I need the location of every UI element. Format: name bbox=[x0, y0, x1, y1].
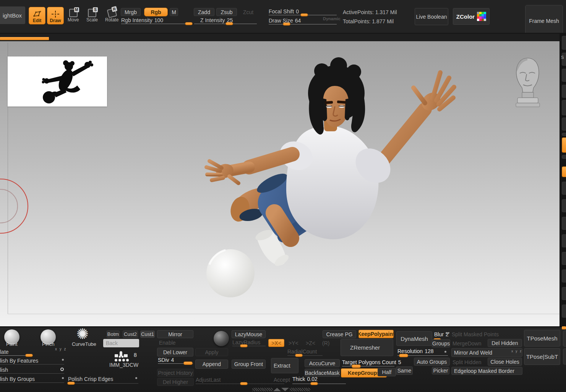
right-shelf-button[interactable] bbox=[562, 36, 566, 50]
right-shelf-button[interactable] bbox=[562, 234, 566, 247]
right-shelf-button[interactable] bbox=[562, 217, 566, 230]
sym-x-button[interactable]: >X< bbox=[268, 339, 284, 347]
adjustlast-knob[interactable] bbox=[240, 382, 248, 385]
lazyradius-track[interactable] bbox=[232, 346, 266, 346]
groups-button[interactable]: Groups bbox=[432, 339, 450, 347]
target-polygons-track[interactable] bbox=[342, 366, 394, 366]
backfacemask-button[interactable]: BackfaceMask bbox=[305, 369, 340, 377]
alpha-sphere-icon[interactable] bbox=[214, 331, 229, 346]
live-boolean-button[interactable]: Live Boolean bbox=[415, 8, 448, 25]
sculpt-canvas[interactable] bbox=[0, 41, 566, 326]
resolution-knob[interactable] bbox=[399, 354, 408, 357]
z-intensity-knob[interactable] bbox=[225, 22, 233, 25]
right-shelf-button[interactable] bbox=[562, 182, 566, 195]
botm-button[interactable]: Botm bbox=[107, 331, 120, 338]
right-shelf-button[interactable] bbox=[562, 100, 566, 115]
append-button[interactable]: Append bbox=[195, 360, 228, 369]
crease-pg-button[interactable]: Crease PG bbox=[323, 330, 356, 338]
close-holes-button[interactable]: Close Holes bbox=[488, 358, 522, 366]
polish-ring[interactable] bbox=[60, 368, 64, 371]
radialcount-track[interactable] bbox=[287, 355, 323, 356]
mrgb-button[interactable]: Mrgb bbox=[121, 8, 141, 16]
imm-brush-icon[interactable] bbox=[114, 351, 129, 362]
sdiv-knob[interactable] bbox=[183, 361, 193, 365]
zremesher-button[interactable]: ZRemesher bbox=[341, 339, 393, 356]
tposemesh-button[interactable]: TPoseMesh bbox=[524, 330, 560, 347]
right-shelf-button[interactable] bbox=[562, 118, 566, 131]
right-shelf-button[interactable] bbox=[562, 85, 566, 98]
polish-track[interactable] bbox=[0, 373, 64, 374]
curvetube-brush-icon[interactable]: ✺ bbox=[76, 327, 89, 341]
m-button[interactable]: M bbox=[170, 8, 178, 16]
dynamesh-button[interactable]: DynaMesh bbox=[396, 331, 432, 346]
rgb-button[interactable]: Rgb bbox=[144, 8, 168, 16]
polish-crisp-edges-track[interactable] bbox=[68, 383, 138, 384]
zadd-button[interactable]: Zadd bbox=[194, 8, 214, 16]
right-shelf-button[interactable] bbox=[562, 69, 566, 82]
right-shelf-button-active[interactable] bbox=[562, 166, 566, 177]
accucurve-button[interactable]: AccuCurve bbox=[305, 359, 340, 367]
del-lower-button[interactable]: Del Lower bbox=[157, 348, 193, 357]
rotate-button[interactable]: R Rotate bbox=[105, 9, 118, 23]
right-shelf-button[interactable] bbox=[562, 155, 566, 159]
polish-by-features-dot[interactable] bbox=[62, 359, 64, 361]
picker-button[interactable]: Picker bbox=[432, 367, 449, 374]
tray-edge-button[interactable] bbox=[563, 331, 566, 347]
inflate-knob[interactable] bbox=[25, 354, 33, 357]
focal-shift-knob[interactable] bbox=[300, 13, 308, 16]
move-button[interactable]: M Move bbox=[68, 9, 79, 23]
shelf-progress-bar[interactable] bbox=[0, 37, 49, 40]
del-hidden-button[interactable]: Del Hidden bbox=[488, 339, 522, 347]
target-polygons-knob[interactable] bbox=[352, 365, 361, 368]
tray-divider-hatch[interactable] bbox=[290, 388, 310, 391]
edgeloop-masked-border-button[interactable]: Edgeloop Masked Border bbox=[451, 367, 522, 375]
rgb-intensity-track[interactable] bbox=[121, 24, 192, 24]
group-front-button[interactable]: Group Front bbox=[232, 360, 266, 369]
tray-edge-button[interactable] bbox=[563, 348, 566, 365]
auto-groups-button[interactable]: Auto Groups bbox=[414, 358, 450, 366]
tray-collapse-arrow-icon[interactable] bbox=[281, 388, 289, 391]
right-shelf-button[interactable] bbox=[562, 199, 566, 212]
right-shelf-button[interactable] bbox=[562, 305, 566, 318]
polish-crisp-edges-dot[interactable] bbox=[135, 377, 137, 379]
del-higher-button[interactable]: Del Higher bbox=[157, 378, 194, 386]
cust1-button[interactable]: Cust1 bbox=[140, 331, 155, 338]
radialcount-knob[interactable] bbox=[295, 354, 303, 357]
zcolor-button[interactable]: ZColor bbox=[453, 8, 490, 25]
zsub-button[interactable]: Zsub bbox=[216, 8, 237, 16]
edit-button[interactable]: Edit bbox=[29, 7, 45, 24]
thick-knob[interactable] bbox=[310, 382, 318, 385]
tray-edge-orange[interactable] bbox=[562, 326, 566, 329]
frame-mesh-button[interactable]: Frame Mesh bbox=[525, 5, 563, 37]
polish-by-groups-dot[interactable] bbox=[62, 377, 64, 379]
apply-button[interactable]: Apply bbox=[195, 348, 228, 356]
polish-crisp-edges-knob[interactable] bbox=[67, 382, 75, 385]
draw-size-knob[interactable] bbox=[283, 23, 290, 26]
keep-polypaint-button[interactable]: KeepPolypaint bbox=[358, 330, 394, 338]
extract-button[interactable]: Extract bbox=[271, 358, 298, 373]
draw-size-track[interactable] bbox=[269, 24, 337, 24]
half-button[interactable]: Half bbox=[378, 368, 396, 376]
lightbox-button[interactable]: ightBox bbox=[0, 6, 25, 24]
right-shelf-button[interactable] bbox=[562, 133, 566, 136]
same-button[interactable]: Same bbox=[396, 366, 413, 375]
draw-button[interactable]: Draw bbox=[47, 7, 64, 24]
tray-expand-arrow-icon[interactable] bbox=[273, 388, 281, 391]
back-field[interactable]: Back bbox=[103, 339, 139, 347]
right-shelf-button[interactable] bbox=[562, 287, 566, 300]
polish-by-features-track[interactable] bbox=[0, 364, 64, 365]
thick-track[interactable] bbox=[292, 384, 346, 384]
lazyradius-knob[interactable] bbox=[240, 344, 248, 347]
resolution-dot[interactable] bbox=[444, 351, 446, 353]
scale-button[interactable]: S Scale bbox=[86, 9, 98, 23]
project-history-button[interactable]: Project History bbox=[157, 369, 194, 377]
right-shelf-button[interactable] bbox=[562, 252, 566, 265]
mirror-button[interactable]: Mirror bbox=[157, 330, 193, 338]
right-shelf-button[interactable] bbox=[562, 269, 566, 282]
tray-divider-hatch[interactable] bbox=[252, 388, 273, 391]
lazymouse-button[interactable]: LazyMouse bbox=[232, 330, 266, 338]
cust2-button[interactable]: Cust2 bbox=[123, 331, 138, 338]
blur-dot[interactable] bbox=[446, 332, 448, 334]
rgb-intensity-knob[interactable] bbox=[185, 22, 193, 25]
tpose-subt-button[interactable]: TPose|SubT bbox=[524, 348, 560, 365]
